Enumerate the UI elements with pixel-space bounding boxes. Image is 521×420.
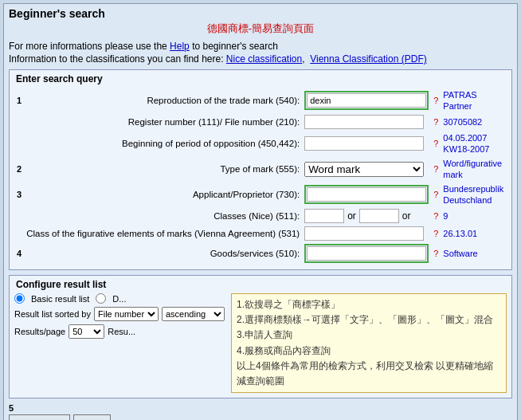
info-line-2: Information to the classifications you c… bbox=[9, 53, 512, 65]
period-help-link[interactable]: 04.05.2007 KW18-2007 bbox=[443, 133, 489, 154]
goods-input-cell bbox=[302, 242, 431, 265]
period-input[interactable] bbox=[304, 136, 424, 151]
reproduction-label: Reproduction of the trade mark (540): bbox=[24, 88, 302, 113]
or-label-1: or bbox=[347, 210, 356, 222]
search-form-table: 1 Reproduction of the trade mark (540): … bbox=[14, 88, 507, 265]
result-inner: Basic result list D... Result list sorte… bbox=[14, 293, 507, 393]
register-input-cell bbox=[302, 113, 431, 131]
result-left: Basic result list D... Result list sorte… bbox=[14, 293, 225, 339]
page-title: Beginner's search bbox=[9, 7, 512, 20]
table-row: Register number (111)/ File number (210)… bbox=[14, 113, 507, 131]
applicant-help-q: ? bbox=[431, 182, 441, 207]
patras-partner-link[interactable]: PATRAS Partner bbox=[443, 90, 476, 111]
info1-suffix: to beginner's search bbox=[190, 41, 278, 52]
classes-input-1[interactable] bbox=[304, 209, 344, 223]
register-help-q: ? bbox=[431, 113, 441, 131]
vienna-classification-link[interactable]: Vienna Classification (PDF) bbox=[310, 53, 427, 65]
bottom-section: 5 Start search Reset 點擊後進入查詢 bbox=[9, 403, 512, 420]
page-select[interactable]: 10 25 50 100 bbox=[69, 324, 104, 339]
table-row: 3 Applicant/Proprietor (730): ? Bundesre… bbox=[14, 182, 507, 207]
vienna-label: Class of the figurative elements of mark… bbox=[24, 225, 302, 242]
sort-row: Result list sorted by File number Date N… bbox=[14, 307, 225, 321]
result-section: Configure result list Basic result list … bbox=[9, 275, 512, 398]
register-label: Register number (111)/ File number (210)… bbox=[24, 113, 302, 131]
nice-classification-link[interactable]: Nice classification bbox=[226, 53, 302, 65]
detail-radio[interactable] bbox=[96, 293, 106, 304]
step-1: 1 bbox=[14, 88, 24, 113]
btn-row: Start search Reset bbox=[9, 414, 111, 420]
order-select[interactable]: ascending descending bbox=[162, 307, 225, 321]
result-section-title: Configure result list bbox=[14, 279, 108, 290]
type-select-cell: Word mark Figurative mark Word/Figurativ… bbox=[302, 156, 431, 182]
reproduction-help-q: ? bbox=[431, 88, 441, 113]
applicant-label: Applicant/Proprietor (730): bbox=[24, 182, 302, 207]
goods-help-link[interactable]: Software bbox=[443, 249, 477, 258]
result-suffix: Resu... bbox=[108, 327, 135, 336]
start-search-button[interactable]: Start search bbox=[9, 414, 70, 420]
type-label: Type of mark (555): bbox=[24, 156, 302, 182]
classes-input-cell: or or bbox=[302, 207, 431, 225]
reproduction-border bbox=[304, 91, 429, 110]
help-line-1: 1.欲搜尋之「商標字樣」 bbox=[237, 297, 501, 312]
subtitle: 德國商標-簡易查詢頁面 bbox=[9, 22, 512, 36]
table-row: 4 Goods/services (510): ? Software bbox=[14, 242, 507, 265]
applicant-border bbox=[304, 185, 429, 204]
classes-input-2[interactable] bbox=[359, 209, 399, 223]
table-row: 2 Type of mark (555): Word mark Figurati… bbox=[14, 156, 507, 182]
register-input[interactable] bbox=[304, 115, 424, 129]
period-help-q: ? bbox=[431, 131, 441, 156]
reproduction-input[interactable] bbox=[307, 93, 426, 108]
step-3: 3 bbox=[14, 182, 24, 207]
sort-select[interactable]: File number Date Name bbox=[94, 307, 159, 321]
goods-input[interactable] bbox=[307, 246, 426, 261]
table-row: 1 Reproduction of the trade mark (540): … bbox=[14, 88, 507, 113]
help-box: 1.欲搜尋之「商標字樣」 2.選擇商標類樣→可選擇「文字」、「圖形」、「圖文」混… bbox=[231, 293, 507, 393]
basic-radio[interactable] bbox=[14, 293, 25, 304]
period-label: Beginning of period of opposition (450,4… bbox=[24, 131, 302, 156]
vienna-input-cell bbox=[302, 225, 431, 242]
step-5: 5 bbox=[9, 403, 111, 413]
table-row: Class of the figurative elements of mark… bbox=[14, 225, 507, 242]
applicant-input-cell bbox=[302, 182, 431, 207]
table-row: Classes (Nice) (511): or or ? 9 bbox=[14, 207, 507, 225]
type-help-link[interactable]: Word/figurative mark bbox=[443, 159, 502, 179]
info1-text: For more informations please use the bbox=[9, 41, 170, 52]
help-line-4: 4.服務或商品內容查詢 bbox=[237, 343, 501, 359]
page-row: Results/page 10 25 50 100 Resu... bbox=[14, 324, 225, 339]
or-label-2: or bbox=[402, 210, 411, 222]
type-select[interactable]: Word mark Figurative mark Word/Figurativ… bbox=[304, 162, 424, 177]
period-input-cell bbox=[302, 131, 431, 156]
goods-help-q: ? bbox=[431, 242, 441, 265]
vienna-help-q: ? bbox=[431, 225, 441, 242]
applicant-help-link[interactable]: Bundesrepublik Deutschland bbox=[443, 184, 503, 205]
applicant-input[interactable] bbox=[307, 187, 426, 202]
basic-label: Basic result list bbox=[31, 294, 89, 304]
help-link[interactable]: Help bbox=[170, 41, 190, 52]
reset-button[interactable]: Reset bbox=[73, 414, 111, 420]
help-line-2: 2.選擇商標類樣→可選擇「文字」、「圖形」、「圖文」混合 bbox=[237, 312, 501, 328]
info-line-1: For more informations please use the Hel… bbox=[9, 41, 512, 52]
type-help-q: ? bbox=[431, 156, 441, 182]
bottom-left: 5 Start search Reset 點擊後進入查詢 bbox=[9, 403, 111, 420]
classes-row: or or bbox=[304, 209, 429, 223]
vienna-input[interactable] bbox=[304, 226, 424, 241]
register-help-link[interactable]: 30705082 bbox=[443, 117, 482, 127]
classes-help-link[interactable]: 9 bbox=[443, 211, 448, 221]
radio-row: Basic result list D... bbox=[14, 293, 225, 304]
classes-help-q: ? bbox=[431, 207, 441, 225]
goods-label: Goods/services (510): bbox=[24, 242, 302, 265]
search-section: Enter search query 1 Reproduction of the… bbox=[9, 69, 512, 270]
search-section-title: Enter search query bbox=[14, 73, 104, 84]
step-2: 2 bbox=[14, 156, 24, 182]
help-line-3: 3.申請人查詢 bbox=[237, 328, 501, 343]
help-line-5: 以上4個條件為常用的檢索方式，利用交叉檢索 以更精確地縮減查詢範圍 bbox=[237, 359, 501, 389]
reproduction-input-cell bbox=[302, 88, 431, 113]
classes-label: Classes (Nice) (511): bbox=[24, 207, 302, 225]
info2-text: Information to the classifications you c… bbox=[9, 53, 226, 65]
step-empty-3 bbox=[14, 207, 24, 225]
page-label: Results/page bbox=[14, 327, 65, 336]
vienna-help-link[interactable]: 26.13.01 bbox=[443, 229, 477, 238]
main-container: Beginner's search 德國商標-簡易查詢頁面 For more i… bbox=[3, 3, 518, 420]
step-empty-2 bbox=[14, 131, 24, 156]
goods-border bbox=[304, 244, 429, 263]
